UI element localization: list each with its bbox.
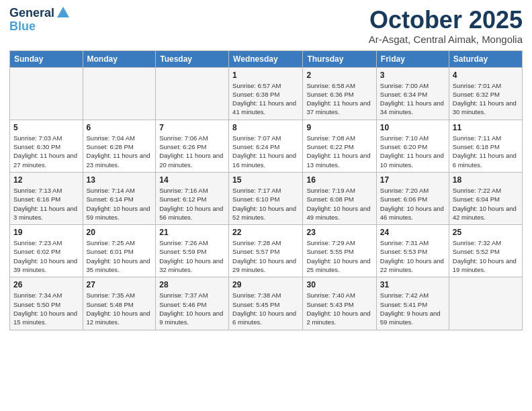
table-row: 1Sunrise: 6:57 AMSunset: 6:38 PMDaylight… xyxy=(229,67,303,120)
table-row: 14Sunrise: 7:16 AMSunset: 6:12 PMDayligh… xyxy=(156,172,229,224)
day-number: 15 xyxy=(232,175,299,185)
table-row: 2Sunrise: 6:58 AMSunset: 6:36 PMDaylight… xyxy=(303,67,376,120)
table-row: 3Sunrise: 7:00 AMSunset: 6:34 PMDaylight… xyxy=(376,67,449,120)
logo-icon xyxy=(56,5,71,20)
table-row: 13Sunrise: 7:14 AMSunset: 6:14 PMDayligh… xyxy=(83,172,156,224)
day-info: Sunrise: 7:22 AMSunset: 6:04 PMDaylight:… xyxy=(453,186,519,222)
table-row: 28Sunrise: 7:37 AMSunset: 5:46 PMDayligh… xyxy=(156,277,229,330)
day-number: 9 xyxy=(306,123,372,132)
table-row: 23Sunrise: 7:29 AMSunset: 5:55 PMDayligh… xyxy=(303,225,376,277)
day-info: Sunrise: 7:13 AMSunset: 6:16 PMDaylight:… xyxy=(13,186,79,222)
table-row: 24Sunrise: 7:31 AMSunset: 5:53 PMDayligh… xyxy=(376,225,449,277)
day-info: Sunrise: 7:07 AMSunset: 6:24 PMDaylight:… xyxy=(232,134,299,169)
day-info: Sunrise: 7:25 AMSunset: 6:01 PMDaylight:… xyxy=(87,238,152,274)
table-row xyxy=(156,67,229,120)
day-info: Sunrise: 7:26 AMSunset: 5:59 PMDaylight:… xyxy=(159,238,225,274)
location-subtitle: Ar-Asgat, Central Aimak, Mongolia xyxy=(369,34,523,45)
header-sunday: Sunday xyxy=(10,50,83,67)
header-wednesday: Wednesday xyxy=(229,50,303,67)
table-row: 5Sunrise: 7:03 AMSunset: 6:30 PMDaylight… xyxy=(10,120,83,172)
day-number: 13 xyxy=(87,175,152,185)
calendar-week-3: 12Sunrise: 7:13 AMSunset: 6:16 PMDayligh… xyxy=(10,172,523,224)
day-number: 12 xyxy=(13,175,79,185)
day-number: 3 xyxy=(380,71,445,80)
table-row: 27Sunrise: 7:35 AMSunset: 5:48 PMDayligh… xyxy=(83,277,156,330)
day-info: Sunrise: 7:10 AMSunset: 6:20 PMDaylight:… xyxy=(380,134,445,169)
day-info: Sunrise: 6:57 AMSunset: 6:38 PMDaylight:… xyxy=(232,81,299,117)
logo-text-blue: Blue xyxy=(9,20,36,34)
table-row: 16Sunrise: 7:19 AMSunset: 6:08 PMDayligh… xyxy=(303,172,376,224)
header-friday: Friday xyxy=(376,50,449,67)
day-info: Sunrise: 7:37 AMSunset: 5:46 PMDaylight:… xyxy=(159,291,225,326)
day-info: Sunrise: 7:04 AMSunset: 6:28 PMDaylight:… xyxy=(87,134,152,169)
table-row: 12Sunrise: 7:13 AMSunset: 6:16 PMDayligh… xyxy=(10,172,83,224)
table-row: 19Sunrise: 7:23 AMSunset: 6:02 PMDayligh… xyxy=(10,225,83,277)
day-number: 19 xyxy=(13,228,79,237)
day-info: Sunrise: 7:34 AMSunset: 5:50 PMDaylight:… xyxy=(13,291,79,326)
day-number: 27 xyxy=(87,280,152,289)
table-row: 10Sunrise: 7:10 AMSunset: 6:20 PMDayligh… xyxy=(376,120,449,172)
day-number: 25 xyxy=(453,228,519,237)
day-number: 2 xyxy=(306,71,372,80)
calendar-week-5: 26Sunrise: 7:34 AMSunset: 5:50 PMDayligh… xyxy=(10,277,523,330)
day-info: Sunrise: 7:20 AMSunset: 6:06 PMDaylight:… xyxy=(380,186,445,222)
day-number: 6 xyxy=(87,123,152,132)
day-info: Sunrise: 7:32 AMSunset: 5:52 PMDaylight:… xyxy=(453,238,519,274)
day-number: 1 xyxy=(232,71,299,80)
day-number: 23 xyxy=(306,228,372,237)
table-row: 8Sunrise: 7:07 AMSunset: 6:24 PMDaylight… xyxy=(229,120,303,172)
day-number: 11 xyxy=(453,123,519,132)
day-info: Sunrise: 6:58 AMSunset: 6:36 PMDaylight:… xyxy=(306,81,372,117)
header-saturday: Saturday xyxy=(449,50,522,67)
day-number: 31 xyxy=(380,280,445,289)
day-info: Sunrise: 7:00 AMSunset: 6:34 PMDaylight:… xyxy=(380,81,445,117)
day-info: Sunrise: 7:08 AMSunset: 6:22 PMDaylight:… xyxy=(306,134,372,169)
day-number: 4 xyxy=(453,71,519,80)
table-row: 17Sunrise: 7:20 AMSunset: 6:06 PMDayligh… xyxy=(376,172,449,224)
day-number: 16 xyxy=(306,175,372,185)
table-row: 20Sunrise: 7:25 AMSunset: 6:01 PMDayligh… xyxy=(83,225,156,277)
day-info: Sunrise: 7:29 AMSunset: 5:55 PMDaylight:… xyxy=(306,238,372,274)
calendar-table: Sunday Monday Tuesday Wednesday Thursday… xyxy=(9,50,523,330)
day-info: Sunrise: 7:38 AMSunset: 5:45 PMDaylight:… xyxy=(232,291,299,326)
day-number: 20 xyxy=(87,228,152,237)
calendar-week-4: 19Sunrise: 7:23 AMSunset: 6:02 PMDayligh… xyxy=(10,225,523,277)
svg-marker-0 xyxy=(57,7,69,17)
header-tuesday: Tuesday xyxy=(156,50,229,67)
day-number: 29 xyxy=(232,280,299,289)
day-number: 18 xyxy=(453,175,519,185)
day-info: Sunrise: 7:06 AMSunset: 6:26 PMDaylight:… xyxy=(159,134,225,169)
day-info: Sunrise: 7:28 AMSunset: 5:57 PMDaylight:… xyxy=(232,238,299,274)
day-number: 17 xyxy=(380,175,445,185)
table-row: 31Sunrise: 7:42 AMSunset: 5:41 PMDayligh… xyxy=(376,277,449,330)
day-number: 10 xyxy=(380,123,445,132)
table-row: 9Sunrise: 7:08 AMSunset: 6:22 PMDaylight… xyxy=(303,120,376,172)
table-row xyxy=(449,277,522,330)
day-info: Sunrise: 7:01 AMSunset: 6:32 PMDaylight:… xyxy=(453,81,519,117)
day-number: 8 xyxy=(232,123,299,132)
calendar-week-1: 1Sunrise: 6:57 AMSunset: 6:38 PMDaylight… xyxy=(10,67,523,120)
table-row: 21Sunrise: 7:26 AMSunset: 5:59 PMDayligh… xyxy=(156,225,229,277)
day-number: 30 xyxy=(306,280,372,289)
day-info: Sunrise: 7:35 AMSunset: 5:48 PMDaylight:… xyxy=(87,291,152,326)
table-row: 22Sunrise: 7:28 AMSunset: 5:57 PMDayligh… xyxy=(229,225,303,277)
table-row: 25Sunrise: 7:32 AMSunset: 5:52 PMDayligh… xyxy=(449,225,522,277)
table-row: 15Sunrise: 7:17 AMSunset: 6:10 PMDayligh… xyxy=(229,172,303,224)
day-info: Sunrise: 7:17 AMSunset: 6:10 PMDaylight:… xyxy=(232,186,299,222)
logo-text-general: General xyxy=(9,7,54,20)
day-number: 7 xyxy=(159,123,225,132)
day-info: Sunrise: 7:31 AMSunset: 5:53 PMDaylight:… xyxy=(380,238,445,274)
day-info: Sunrise: 7:19 AMSunset: 6:08 PMDaylight:… xyxy=(306,186,372,222)
table-row: 4Sunrise: 7:01 AMSunset: 6:32 PMDaylight… xyxy=(449,67,522,120)
table-row: 11Sunrise: 7:11 AMSunset: 6:18 PMDayligh… xyxy=(449,120,522,172)
day-info: Sunrise: 7:16 AMSunset: 6:12 PMDaylight:… xyxy=(159,186,225,222)
table-row xyxy=(10,67,83,120)
table-row: 7Sunrise: 7:06 AMSunset: 6:26 PMDaylight… xyxy=(156,120,229,172)
day-number: 28 xyxy=(159,280,225,289)
header-monday: Monday xyxy=(83,50,156,67)
day-number: 26 xyxy=(13,280,79,289)
table-row xyxy=(83,67,156,120)
table-row: 18Sunrise: 7:22 AMSunset: 6:04 PMDayligh… xyxy=(449,172,522,224)
table-row: 6Sunrise: 7:04 AMSunset: 6:28 PMDaylight… xyxy=(83,120,156,172)
title-block: October 2025 Ar-Asgat, Central Aimak, Mo… xyxy=(369,7,523,45)
